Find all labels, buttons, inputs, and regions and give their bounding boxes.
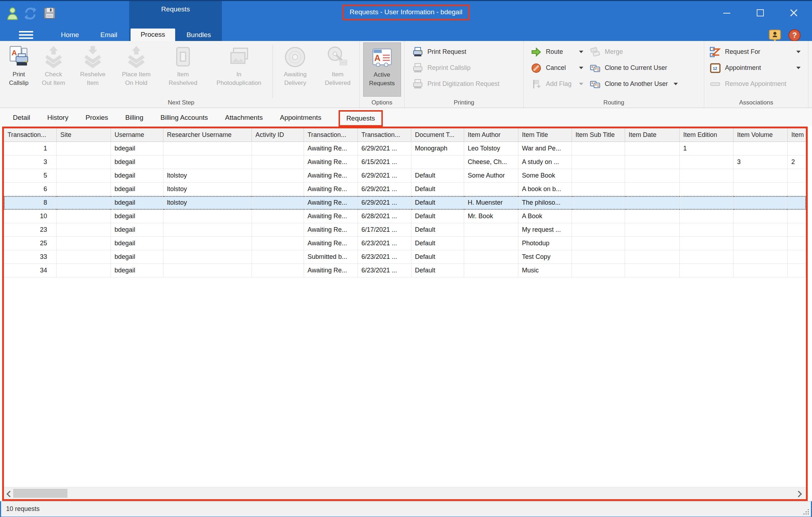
table-row[interactable]: 6bdegailltolstoyAwaiting Re...6/29/2021 … <box>4 183 806 196</box>
menu-icon[interactable] <box>19 31 33 39</box>
column-header-2[interactable]: Site <box>57 128 111 142</box>
cell: 6/29/2021 ... <box>358 169 411 183</box>
clone-to-another-user-button[interactable]: Clone to Another User <box>588 76 704 92</box>
table-row[interactable]: 5bdegailltolstoyAwaiting Re...6/29/2021 … <box>4 169 806 183</box>
cell: 6/23/2021 ... <box>358 250 411 264</box>
cell: ltolstoy <box>163 169 252 183</box>
column-header-10[interactable]: Item Title <box>518 128 572 142</box>
column-header-11[interactable]: Item Sub Title <box>572 128 625 142</box>
minimize-button[interactable] <box>715 5 738 20</box>
table-row[interactable]: 33bdegailSubmitted b...6/23/2021 ...Defa… <box>4 250 806 264</box>
cell: bdegail <box>111 250 163 264</box>
cell <box>625 210 680 223</box>
cell: Default <box>411 196 464 210</box>
cell: Default <box>411 250 464 264</box>
route-button[interactable]: Route <box>529 44 588 60</box>
cell <box>734 223 788 237</box>
appointment-button[interactable]: 12Appointment <box>709 60 806 76</box>
column-header-5[interactable]: Activity ID <box>252 128 304 142</box>
sync-icon[interactable] <box>23 7 37 20</box>
column-header-13[interactable]: Item Edition <box>680 128 734 142</box>
record-tab-billing-accounts[interactable]: Billing Accounts <box>161 114 208 127</box>
save-icon[interactable] <box>43 7 57 20</box>
maximize-button[interactable] <box>749 5 772 20</box>
clone-to-current-user-button[interactable]: Clone to Current User <box>588 60 704 76</box>
tab-home[interactable]: Home <box>55 29 85 41</box>
column-header-4[interactable]: Researcher Username <box>163 128 252 142</box>
resize-grip[interactable] <box>803 509 809 515</box>
tab-process[interactable]: Process <box>131 29 175 41</box>
cell <box>252 169 304 183</box>
tab-email[interactable]: Email <box>93 29 125 41</box>
cell: 5 <box>4 169 57 183</box>
cell: bdegail <box>111 237 163 250</box>
button-label: Clone to Current User <box>605 64 667 72</box>
dropdown-arrow-icon[interactable] <box>579 51 583 53</box>
button-label: Merge <box>605 48 623 56</box>
column-header-15[interactable]: Item <box>788 128 806 142</box>
column-header-12[interactable]: Item Date <box>625 128 680 142</box>
active-requests-button[interactable]: A Active Requests <box>363 42 401 97</box>
dropdown-arrow-icon[interactable] <box>579 83 583 85</box>
column-header-9[interactable]: Item Author <box>464 128 518 142</box>
cell: Default <box>411 183 464 196</box>
table-row[interactable]: 34bdegailAwaiting Re...6/23/2021 ...Defa… <box>4 264 806 277</box>
dropdown-arrow-icon[interactable] <box>674 83 678 85</box>
column-header-14[interactable]: Item Volume <box>734 128 788 142</box>
column-header-6[interactable]: Transaction... <box>304 128 358 142</box>
dropdown-arrow-icon[interactable] <box>796 51 801 53</box>
table-row[interactable]: 23bdegailAwaiting Re...6/17/2021 ...Defa… <box>4 223 806 237</box>
record-tab-appointments[interactable]: Appointments <box>280 114 321 127</box>
tab-bundles[interactable]: Bundles <box>177 29 221 41</box>
cell: ltolstoy <box>163 196 252 210</box>
merge-icon <box>589 46 601 58</box>
user-icon[interactable] <box>6 7 20 20</box>
cell: Leo Tolstoy <box>464 142 518 155</box>
clone-another-user-icon <box>589 78 601 90</box>
dropdown-arrow-icon[interactable] <box>796 67 801 69</box>
close-button[interactable] <box>782 5 805 20</box>
table-row[interactable]: 10bdegailAwaiting Re...6/28/2021 ...Defa… <box>4 210 806 223</box>
column-header-3[interactable]: Username <box>111 128 163 142</box>
print-callslip-button[interactable]: A Print Callslip <box>3 42 35 97</box>
dropdown-arrow-icon[interactable] <box>579 67 583 69</box>
cell: Awaiting Re... <box>304 223 358 237</box>
record-tab-proxies[interactable]: Proxies <box>86 114 108 127</box>
scroll-right-icon[interactable] <box>795 491 802 497</box>
cell <box>680 196 734 210</box>
table-row[interactable]: 3bdegailAwaiting Re...6/15/2021 ...Chees… <box>4 155 806 169</box>
table-row[interactable]: 8bdegailltolstoyAwaiting Re...6/29/2021 … <box>4 196 806 210</box>
cell: Monograph <box>411 142 464 155</box>
item-delivered-icon <box>326 44 349 70</box>
button-label: Appointment <box>725 64 761 72</box>
record-tab-attachments[interactable]: Attachments <box>225 114 263 127</box>
cell: Mr. Book <box>464 210 518 223</box>
record-tab-billing[interactable]: Billing <box>125 114 143 127</box>
cell: 3 <box>734 155 788 169</box>
print-request-button[interactable]: Print Request <box>411 44 523 60</box>
cell: Some Author <box>464 169 518 183</box>
remove-appointment-button: Remove Appointment <box>709 76 806 92</box>
table-row[interactable]: 1bdegailAwaiting Re...6/29/2021 ...Monog… <box>4 142 806 155</box>
column-header-1[interactable]: Transaction... <box>4 128 57 142</box>
cell <box>252 210 304 223</box>
record-tab-detail[interactable]: Detail <box>13 114 30 127</box>
column-header-7[interactable]: Transaction... <box>358 128 411 142</box>
horizontal-scrollbar[interactable] <box>4 487 806 499</box>
cell <box>788 142 806 155</box>
scroll-left-icon[interactable] <box>6 491 13 497</box>
column-header-8[interactable]: Document T... <box>411 128 464 142</box>
cell: 1 <box>680 142 734 155</box>
scrollbar-thumb[interactable] <box>13 489 67 498</box>
group-separator <box>273 45 273 98</box>
record-tab-requests[interactable]: Requests <box>339 110 383 127</box>
cancel-button[interactable]: Cancel <box>529 60 588 76</box>
cell: Awaiting Re... <box>304 155 358 169</box>
ribbon-group-label: Next Step <box>3 99 359 106</box>
table-row[interactable]: 25bdegailAwaiting Re...6/23/2021 ...Defa… <box>4 237 806 250</box>
grid-body: 1bdegailAwaiting Re...6/29/2021 ...Monog… <box>4 142 806 277</box>
remove-appointment-icon <box>709 78 721 90</box>
record-tab-history[interactable]: History <box>47 114 68 127</box>
request-for-button[interactable]: Request For <box>709 44 806 60</box>
cell <box>572 210 625 223</box>
